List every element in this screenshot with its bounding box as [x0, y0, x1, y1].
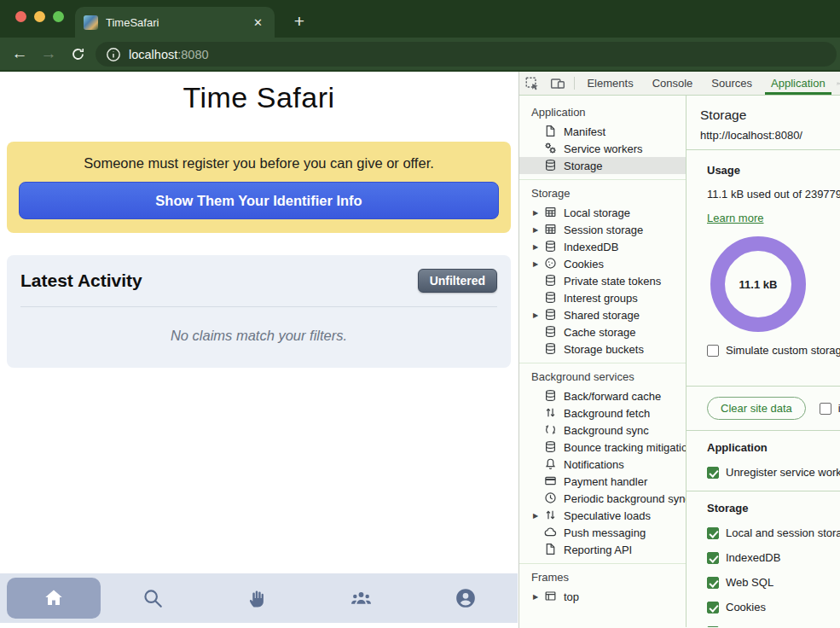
tree-item-service-workers[interactable]: Service workers	[519, 140, 686, 157]
usage-text: 11.1 kB used out of 239779	[707, 188, 840, 201]
tree-item-cache-storage[interactable]: Cache storage	[519, 323, 686, 340]
page-content: Time Safari Someone must register you be…	[0, 72, 518, 628]
tree-item-label: top	[564, 590, 579, 603]
nav-item-home[interactable]	[7, 578, 101, 619]
checkbox[interactable]	[707, 626, 719, 628]
tree-item-label: Bounce tracking mitigations	[564, 441, 686, 454]
empty-state-text: No claims match your filters.	[20, 328, 497, 344]
zoom-window-button[interactable]	[53, 11, 64, 22]
expand-arrow-icon[interactable]: ▶	[533, 260, 544, 268]
device-toolbar-icon[interactable]	[545, 72, 571, 95]
new-tab-button[interactable]: +	[287, 9, 312, 34]
usage-donut-chart: 11.1 kB	[710, 236, 806, 332]
document-icon	[544, 543, 558, 556]
checkbox[interactable]	[707, 552, 719, 564]
expand-arrow-icon[interactable]: ▶	[533, 593, 544, 601]
tree-item-back-forward-cache[interactable]: Back/forward cache	[519, 387, 686, 404]
more-tabs-icon[interactable]	[835, 72, 840, 95]
donut-value: 11.1 kB	[739, 278, 778, 291]
tree-item-indexeddb[interactable]: ▶IndexedDB	[519, 238, 686, 255]
tree-item-cookies[interactable]: ▶Cookies	[519, 255, 686, 272]
unfiltered-button[interactable]: Unfiltered	[418, 269, 497, 293]
checkbox-label: Local and session storage	[726, 526, 840, 539]
expand-arrow-icon[interactable]: ▶	[533, 311, 544, 319]
tree-item-top[interactable]: ▶top	[519, 588, 686, 605]
nav-item-contacts[interactable]	[310, 587, 414, 610]
devtools-tab-console[interactable]: Console	[643, 72, 703, 95]
checkbox[interactable]	[707, 577, 719, 589]
tab-title: TimeSafari	[106, 16, 242, 29]
checkbox-label: Unregister service workers	[726, 466, 840, 479]
window-controls	[15, 11, 64, 22]
bell-icon	[544, 457, 558, 471]
tree-item-interest-groups[interactable]: Interest groups	[519, 289, 686, 306]
application-sidebar: ApplicationManifestService workersStorag…	[519, 96, 686, 627]
url-port: :8080	[177, 48, 208, 61]
checkbox-row-local-and-session-storage: Local and session storage	[707, 526, 840, 539]
tree-item-label: Push messaging	[564, 526, 646, 539]
checkbox-label: IndexedDB	[726, 551, 780, 564]
database-icon	[544, 159, 558, 172]
devtools-tab-sources[interactable]: Sources	[702, 72, 762, 95]
tree-item-label: Background sync	[564, 424, 649, 437]
tree-item-payment-handler[interactable]: Payment handler	[519, 473, 686, 490]
tree-item-local-storage[interactable]: ▶Local storage	[519, 204, 686, 221]
devtools-tab-application[interactable]: Application	[762, 72, 835, 95]
tree-item-label: Cache storage	[564, 326, 636, 339]
browser-tab[interactable]: TimeSafari ✕	[75, 7, 275, 38]
divider	[686, 430, 840, 431]
expand-arrow-icon[interactable]: ▶	[533, 209, 544, 217]
tab-close-icon[interactable]: ✕	[250, 15, 266, 31]
nav-item-account[interactable]	[414, 587, 518, 609]
nav-item-search[interactable]	[101, 587, 205, 609]
checkbox-row-cache-storage: Cache storage	[707, 625, 840, 627]
inspect-element-icon[interactable]	[519, 72, 545, 95]
tree-item-private-state-tokens[interactable]: Private state tokens	[519, 272, 686, 289]
tree-item-manifest[interactable]: Manifest	[519, 123, 686, 140]
nav-item-give[interactable]	[205, 588, 309, 609]
expand-arrow-icon[interactable]: ▶	[533, 226, 544, 234]
learn-more-link[interactable]: Learn more	[707, 212, 763, 224]
tree-item-background-fetch[interactable]: Background fetch	[519, 404, 686, 422]
cloud-icon	[544, 526, 558, 539]
forward-icon[interactable]: →	[34, 44, 63, 63]
reload-icon[interactable]	[63, 47, 92, 61]
panel-title: Storage	[686, 96, 840, 123]
tree-item-shared-storage[interactable]: ▶Shared storage	[519, 306, 686, 323]
url-bar[interactable]: localhost:8080	[96, 42, 837, 67]
tree-item-push-messaging[interactable]: Push messaging	[519, 524, 686, 541]
back-icon[interactable]: ←	[5, 44, 34, 63]
show-identifier-button[interactable]: Show Them Your Identifier Info	[19, 182, 499, 219]
checkbox-row-indexeddb: IndexedDB	[707, 551, 840, 564]
include-cookies-checkbox[interactable]	[820, 403, 831, 415]
tree-item-background-sync[interactable]: Background sync	[519, 422, 686, 439]
expand-arrow-icon[interactable]: ▶	[533, 512, 544, 520]
people-icon	[350, 587, 373, 610]
tree-item-speculative-loads[interactable]: ▶Speculative loads	[519, 507, 686, 524]
close-window-button[interactable]	[15, 11, 26, 22]
tree-item-periodic-background-sync[interactable]: Periodic background sync	[519, 490, 686, 507]
clear-site-data-button[interactable]: Clear site data	[707, 397, 806, 420]
tree-item-reporting-api[interactable]: Reporting API	[519, 541, 686, 558]
tree-item-storage-buckets[interactable]: Storage buckets	[519, 340, 686, 358]
browser-toolbar: ← → localhost:8080	[0, 38, 840, 72]
application-section-heading: Application	[707, 441, 840, 454]
divider	[686, 491, 840, 491]
checkbox[interactable]	[707, 602, 719, 613]
database-icon	[544, 389, 558, 403]
tree-item-bounce-tracking-mitigations[interactable]: Bounce tracking mitigations	[519, 439, 686, 456]
tree-section-header: Application	[519, 104, 686, 123]
devtools-tab-elements[interactable]: Elements	[577, 72, 642, 95]
tree-item-label: Speculative loads	[564, 509, 651, 522]
checkbox[interactable]	[707, 527, 719, 539]
tree-item-session-storage[interactable]: ▶Session storage	[519, 221, 686, 238]
simulate-quota-checkbox[interactable]	[707, 345, 719, 357]
checkbox[interactable]	[707, 467, 719, 479]
minimize-window-button[interactable]	[34, 11, 45, 22]
tree-item-notifications[interactable]: Notifications	[519, 456, 686, 473]
tree-item-label: IndexedDB	[564, 241, 618, 253]
site-info-icon[interactable]	[106, 47, 121, 62]
expand-arrow-icon[interactable]: ▶	[533, 243, 544, 251]
divider	[686, 386, 840, 387]
tree-item-storage[interactable]: Storage	[519, 157, 686, 174]
